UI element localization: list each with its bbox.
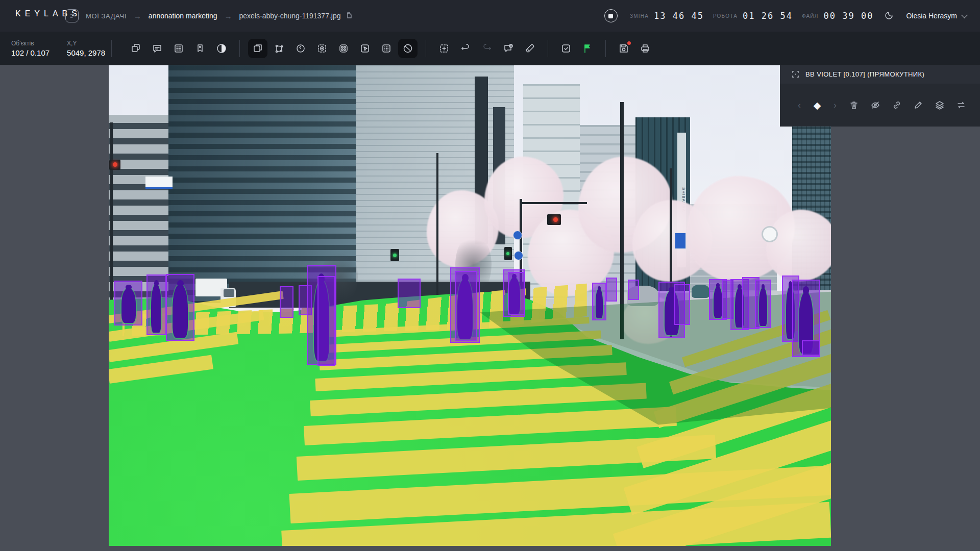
annotation-bbox[interactable] xyxy=(606,278,618,301)
tag-icon[interactable] xyxy=(190,39,210,58)
prev-object-icon[interactable]: ‹ xyxy=(793,100,805,111)
validate-button[interactable] xyxy=(556,39,576,58)
bbox-tool[interactable] xyxy=(248,39,267,58)
pedestrian-light-green xyxy=(504,247,511,260)
breadcrumb-arrow-icon: → xyxy=(225,12,232,20)
none-tool[interactable] xyxy=(398,39,418,58)
breadcrumb: МОЇ ЗАДАЧІ → annonation marketing → pexe… xyxy=(65,0,353,32)
annotation-bbox[interactable] xyxy=(317,276,335,366)
redo-button[interactable] xyxy=(477,39,497,58)
breadcrumb-filename[interactable]: pexels-abby-chung-1191377.jpg xyxy=(239,12,353,20)
street-pole xyxy=(620,102,624,339)
unsaved-badge xyxy=(627,41,631,45)
road-sign-blue xyxy=(514,251,523,260)
person-silhouette xyxy=(121,288,136,323)
station-sign xyxy=(145,177,172,189)
swap-icon[interactable] xyxy=(952,96,970,114)
link-icon[interactable] xyxy=(888,96,905,114)
rotate-tool[interactable] xyxy=(291,39,310,58)
contrast-icon[interactable] xyxy=(212,39,231,58)
street-pole xyxy=(436,153,438,298)
top-bar: KEYLABS МОЇ ЗАДАЧІ → annonation marketin… xyxy=(0,0,980,32)
annotation-bbox[interactable] xyxy=(802,340,820,356)
annotation-bbox[interactable] xyxy=(280,286,293,317)
copy-filename-icon xyxy=(345,12,353,20)
pedestrian-light-green xyxy=(390,249,399,261)
notes-icon[interactable] xyxy=(169,39,188,58)
objects-counter: Об'єктів 102 / 0.107 xyxy=(11,40,50,57)
annotation-bbox[interactable] xyxy=(455,271,477,341)
breadcrumb-project[interactable]: annonation marketing xyxy=(149,12,217,20)
traffic-light-red xyxy=(547,214,561,225)
user-name: Olesia Herasym xyxy=(906,12,957,20)
annotation-bbox[interactable] xyxy=(592,283,606,320)
cursor-coordinates: X,Y 5049, 2978 xyxy=(67,40,105,57)
delete-icon[interactable] xyxy=(845,96,863,114)
selected-object-header: BB VIOLET [0.107] (ПРЯМОКУТНИК) xyxy=(780,65,980,84)
street-clock xyxy=(762,226,778,242)
selected-object-tools: ‹ ◆ › xyxy=(780,84,980,127)
add-comment-button[interactable] xyxy=(499,39,518,58)
road-sign-blue xyxy=(675,233,686,249)
car-teal xyxy=(692,285,709,298)
next-object-icon[interactable]: › xyxy=(829,100,841,111)
street-pole xyxy=(110,122,113,300)
annotation-canvas[interactable]: SHIBAURA xyxy=(0,65,980,551)
breadcrumb-arrow-icon: → xyxy=(134,12,141,20)
annotation-bbox[interactable] xyxy=(508,272,525,315)
cursor-select-tool[interactable] xyxy=(355,39,375,58)
person-silhouette xyxy=(173,285,187,338)
save-button[interactable] xyxy=(614,39,633,58)
flag-button[interactable] xyxy=(578,39,597,58)
annotation-bbox[interactable] xyxy=(146,274,167,336)
hide-icon[interactable] xyxy=(867,96,884,114)
polygon-tool[interactable] xyxy=(270,39,289,58)
file-timer: ФАЙЛ 00 39 00 xyxy=(802,11,874,21)
dark-mode-moon-icon[interactable] xyxy=(885,10,895,22)
layers-icon[interactable] xyxy=(931,96,948,114)
magic-select-tool[interactable] xyxy=(312,39,332,58)
selected-object-title: BB VIOLET [0.107] (ПРЯМОКУТНИК) xyxy=(805,70,924,78)
undo-button[interactable] xyxy=(456,39,475,58)
edit-icon[interactable] xyxy=(910,96,927,114)
stats: Об'єктів 102 / 0.107 X,Y 5049, 2978 xyxy=(11,40,105,57)
person-silhouette xyxy=(151,284,161,333)
print-button[interactable] xyxy=(635,39,655,58)
bbox-class-icon xyxy=(791,70,800,79)
person-silhouette xyxy=(596,289,603,318)
comment-icon[interactable] xyxy=(148,39,167,58)
task-list-icon[interactable] xyxy=(65,9,79,22)
add-region-tool[interactable] xyxy=(434,39,454,58)
class-diamond-icon[interactable]: ◆ xyxy=(810,99,825,111)
record-timer-button[interactable] xyxy=(604,9,618,22)
work-timer: РОБОТА 01 26 54 xyxy=(713,11,793,21)
annotation-bbox[interactable] xyxy=(114,281,142,325)
group-tool[interactable] xyxy=(334,39,353,58)
breadcrumb-tasks[interactable]: МОЇ ЗАДАЧІ xyxy=(86,12,127,20)
annotation-bbox[interactable] xyxy=(398,279,421,308)
chevron-down-icon xyxy=(961,12,968,18)
user-menu[interactable]: Olesia Herasym xyxy=(906,12,967,20)
annotation-bbox[interactable] xyxy=(166,274,195,341)
annotation-bbox[interactable] xyxy=(755,280,771,328)
person-silhouette xyxy=(714,286,723,318)
photo[interactable]: SHIBAURA xyxy=(109,65,831,546)
annotation-bbox[interactable] xyxy=(628,280,639,300)
signal-arm xyxy=(520,202,587,204)
selected-object-panel: BB VIOLET [0.107] (ПРЯМОКУТНИК) ‹ ◆ › xyxy=(780,65,980,127)
eraser-tool[interactable] xyxy=(520,39,540,58)
annotation-bbox[interactable] xyxy=(674,284,691,325)
traffic-light-red xyxy=(109,160,120,170)
duplicate-icon[interactable] xyxy=(126,39,145,58)
person-silhouette xyxy=(759,288,767,326)
shift-timer: ЗМІНА 13 46 45 xyxy=(630,11,704,21)
annotation-toolbar: Об'єктів 102 / 0.107 X,Y 5049, 2978 xyxy=(0,32,980,65)
dot-grid-tool[interactable] xyxy=(377,39,396,58)
building-left xyxy=(109,115,173,301)
